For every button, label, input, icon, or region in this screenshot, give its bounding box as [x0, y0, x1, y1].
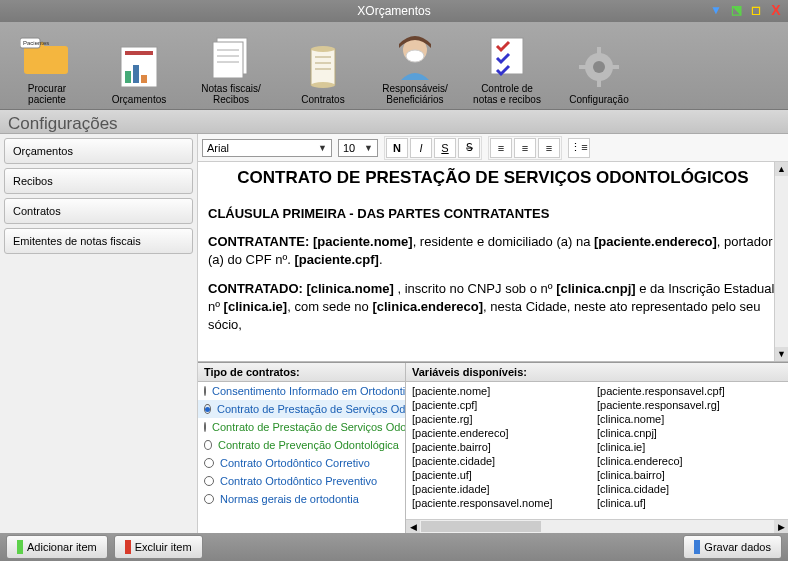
- svg-rect-26: [597, 79, 601, 87]
- add-item-button[interactable]: Adicionar item: [6, 535, 108, 559]
- radio-icon[interactable]: [204, 440, 212, 450]
- variable-item[interactable]: [paciente.responsavel.nome]: [412, 496, 597, 510]
- tool-responsaveis[interactable]: Responsáveis/ Beneficiários: [376, 26, 454, 105]
- tool-label: Configuração: [569, 94, 628, 105]
- variable-item[interactable]: [paciente.rg]: [412, 412, 597, 426]
- red-marker-icon: [125, 540, 131, 554]
- variable-item[interactable]: [clinica.cnpj]: [597, 426, 782, 440]
- pin-icon[interactable]: ▼: [708, 2, 724, 18]
- variable-item[interactable]: [paciente.responsavel.rg]: [597, 398, 782, 412]
- green-marker-icon: [17, 540, 23, 554]
- contract-row[interactable]: Contrato Ortodôntico Preventivo: [198, 472, 405, 490]
- horizontal-scrollbar[interactable]: ◀ ▶: [406, 519, 788, 533]
- tool-notas-fiscais[interactable]: Notas fiscais/ Recibos: [192, 26, 270, 105]
- variable-item[interactable]: [paciente.bairro]: [412, 440, 597, 454]
- minimize-icon[interactable]: ◻: [748, 2, 764, 18]
- tool-contratos[interactable]: Contratos: [284, 26, 362, 105]
- contract-label: Contrato de Prestação de Serviços Odo: [212, 421, 405, 433]
- tool-controle-notas[interactable]: Controle de notas e recibos: [468, 26, 546, 105]
- variable-item[interactable]: [paciente.idade]: [412, 482, 597, 496]
- sidebar-item-contratos[interactable]: Contratos: [4, 198, 193, 224]
- contract-list: Consentimento Informado em OrtodontiaCon…: [198, 382, 405, 533]
- contract-row[interactable]: Contrato de Prevenção Odontológica: [198, 436, 405, 454]
- close-icon[interactable]: X: [768, 2, 784, 18]
- footer-bar: Adicionar item Excluir item Gravar dados: [0, 533, 788, 561]
- contract-row[interactable]: Normas gerais de ortodontia: [198, 490, 405, 508]
- variable-item[interactable]: [clinica.cidade]: [597, 482, 782, 496]
- radio-icon[interactable]: [204, 386, 206, 396]
- variable-item[interactable]: [paciente.cidade]: [412, 454, 597, 468]
- tool-procurar-paciente[interactable]: Pacientes Procurar paciente: [8, 26, 86, 105]
- bullet-list-button[interactable]: ⋮≡: [568, 138, 590, 158]
- svg-rect-27: [579, 65, 587, 69]
- sidebar-item-emitentes[interactable]: Emitentes de notas fiscais: [4, 228, 193, 254]
- tool-label: Controle de notas e recibos: [468, 83, 546, 105]
- window-controls: ▼ ⬔ ◻ X: [708, 2, 784, 18]
- document-chart-icon: [112, 42, 166, 92]
- document-editor[interactable]: CONTRATO DE PRESTAÇÃO DE SERVIÇOS ODONTO…: [198, 162, 788, 362]
- blue-marker-icon: [694, 540, 700, 554]
- contract-row[interactable]: Contrato Ortodôntico Corretivo: [198, 454, 405, 472]
- italic-button[interactable]: I: [410, 138, 432, 158]
- font-size-select[interactable]: 10 ▼: [338, 139, 378, 157]
- delete-item-button[interactable]: Excluir item: [114, 535, 203, 559]
- tool-label: Responsáveis/ Beneficiários: [382, 83, 448, 105]
- variable-item[interactable]: [clinica.endereco]: [597, 454, 782, 468]
- vertical-scrollbar[interactable]: ▲ ▼: [774, 162, 788, 361]
- paragraph-contratado: CONTRATADO: [clinica.nome] , inscrito no…: [208, 280, 778, 333]
- radio-icon[interactable]: [204, 476, 214, 486]
- contract-label: Normas gerais de ortodontia: [220, 493, 359, 505]
- align-left-button[interactable]: ≡: [490, 138, 512, 158]
- tool-configuracao[interactable]: Configuração: [560, 26, 638, 105]
- size-value: 10: [343, 142, 355, 154]
- contract-row[interactable]: Contrato de Prestação de Serviços Odo: [198, 418, 405, 436]
- variable-item[interactable]: [paciente.cpf]: [412, 398, 597, 412]
- sidebar-item-recibos[interactable]: Recibos: [4, 168, 193, 194]
- variable-item[interactable]: [clinica.nome]: [597, 412, 782, 426]
- maximize-icon[interactable]: ⬔: [728, 2, 744, 18]
- svg-text:Pacientes: Pacientes: [23, 40, 49, 46]
- scroll-down-icon[interactable]: ▼: [775, 347, 788, 361]
- variables-column-1: [paciente.nome][paciente.cpf][paciente.r…: [412, 384, 597, 517]
- window-title: XOrçamentos: [357, 4, 430, 18]
- scroll-up-icon[interactable]: ▲: [775, 162, 788, 176]
- svg-rect-6: [125, 71, 131, 83]
- variable-item[interactable]: [paciente.nome]: [412, 384, 597, 398]
- contract-row[interactable]: Consentimento Informado em Ortodontia: [198, 382, 405, 400]
- strike-button[interactable]: S̶: [458, 138, 480, 158]
- radio-icon[interactable]: [204, 422, 206, 432]
- sidebar-item-orcamentos[interactable]: Orçamentos: [4, 138, 193, 164]
- svg-rect-28: [611, 65, 619, 69]
- tool-label: Orçamentos: [112, 94, 166, 105]
- tool-orcamentos[interactable]: Orçamentos: [100, 26, 178, 105]
- align-center-button[interactable]: ≡: [514, 138, 536, 158]
- contract-label: Contrato Ortodôntico Corretivo: [220, 457, 370, 469]
- scroll-right-icon[interactable]: ▶: [774, 520, 788, 533]
- contract-row[interactable]: Contrato de Prestação de Serviços Odo: [198, 400, 405, 418]
- bold-button[interactable]: N: [386, 138, 408, 158]
- radio-icon[interactable]: [204, 458, 214, 468]
- radio-icon[interactable]: [204, 404, 211, 414]
- variable-item[interactable]: [clinica.bairro]: [597, 468, 782, 482]
- clause-heading: CLÁUSULA PRIMEIRA - DAS PARTES CONTRATAN…: [208, 206, 778, 221]
- editor-toolbar: Arial ▼ 10 ▼ N I S S̶ ≡ ≡ ≡ ⋮≡: [198, 134, 788, 162]
- tool-label: Notas fiscais/ Recibos: [201, 83, 260, 105]
- tool-label: Procurar paciente: [8, 83, 86, 105]
- radio-icon[interactable]: [204, 494, 214, 504]
- svg-point-15: [311, 46, 335, 52]
- align-right-button[interactable]: ≡: [538, 138, 560, 158]
- save-data-button[interactable]: Gravar dados: [683, 535, 782, 559]
- variable-item[interactable]: [clinica.ie]: [597, 440, 782, 454]
- chevron-down-icon: ▼: [364, 143, 373, 153]
- variable-item[interactable]: [paciente.endereco]: [412, 426, 597, 440]
- svg-rect-14: [311, 49, 335, 85]
- underline-button[interactable]: S: [434, 138, 456, 158]
- variable-item[interactable]: [paciente.uf]: [412, 468, 597, 482]
- scroll-thumb[interactable]: [421, 521, 541, 532]
- scroll-left-icon[interactable]: ◀: [406, 520, 420, 533]
- person-mask-icon: [388, 31, 442, 81]
- variable-item[interactable]: [paciente.responsavel.cpf]: [597, 384, 782, 398]
- font-select[interactable]: Arial ▼: [202, 139, 332, 157]
- section-title: Configurações: [0, 110, 788, 134]
- variable-item[interactable]: [clinica.uf]: [597, 496, 782, 510]
